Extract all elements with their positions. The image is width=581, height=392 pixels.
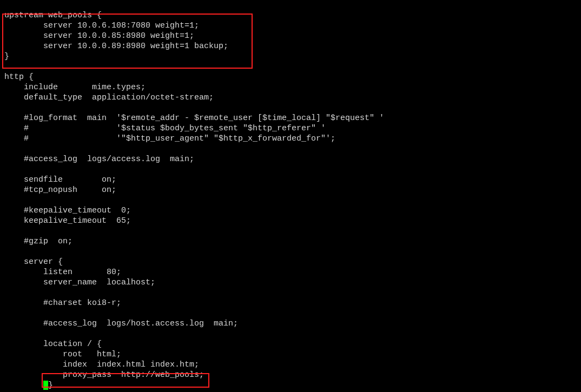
code-text: }: [48, 381, 53, 390]
code-line: include mime.types;: [0, 82, 581, 92]
code-line: #log_format main '$remote_addr - $remote…: [0, 113, 581, 123]
code-text: [4, 381, 43, 390]
code-line: #keepalive_timeout 0;: [0, 205, 581, 216]
terminal-viewport[interactable]: upstream web_pools { server 10.0.6.108:7…: [0, 0, 581, 392]
code-line: # '"$http_user_agent" "$http_x_forwarded…: [0, 134, 581, 144]
code-line: [0, 308, 581, 318]
code-line: [0, 62, 581, 72]
code-line: [0, 0, 581, 10]
code-line: listen 80;: [0, 267, 581, 277]
code-line: default_type application/octet-stream;: [0, 92, 581, 103]
code-line: [0, 247, 581, 257]
code-line: keepalive_timeout 65;: [0, 216, 581, 226]
code-line: index index.html index.htm;: [0, 360, 581, 370]
code-line: #access_log logs/access.log main;: [0, 154, 581, 164]
code-line: server {: [0, 257, 581, 267]
code-line: #tcp_nopush on;: [0, 185, 581, 195]
code-line: # '$status $body_bytes_sent "$http_refer…: [0, 123, 581, 134]
code-line: server_name localhost;: [0, 277, 581, 288]
code-line: #access_log logs/host.access.log main;: [0, 318, 581, 329]
code-line: [0, 164, 581, 175]
code-line: #gzip on;: [0, 236, 581, 247]
code-line: #charset koi8-r;: [0, 298, 581, 308]
code-line: [0, 288, 581, 298]
terminal-cursor: [43, 381, 48, 390]
code-line: root html;: [0, 349, 581, 360]
code-line: }: [0, 380, 581, 390]
code-line: [0, 103, 581, 113]
code-line: }: [0, 51, 581, 62]
code-line: sendfile on;: [0, 175, 581, 185]
code-line: server 10.0.0.89:8980 weight=1 backup;: [0, 41, 581, 51]
code-line: [0, 329, 581, 339]
code-line: [0, 195, 581, 205]
code-line: [0, 226, 581, 236]
code-line: proxy_pass http://web_pools;: [0, 370, 581, 380]
code-line: server 10.0.0.85:8980 weight=1;: [0, 31, 581, 41]
code-line: server 10.0.6.108:7080 weight=1;: [0, 21, 581, 31]
code-line: [0, 144, 581, 154]
code-line: http {: [0, 72, 581, 82]
code-line: upstream web_pools {: [0, 10, 581, 21]
code-line: location / {: [0, 339, 581, 349]
